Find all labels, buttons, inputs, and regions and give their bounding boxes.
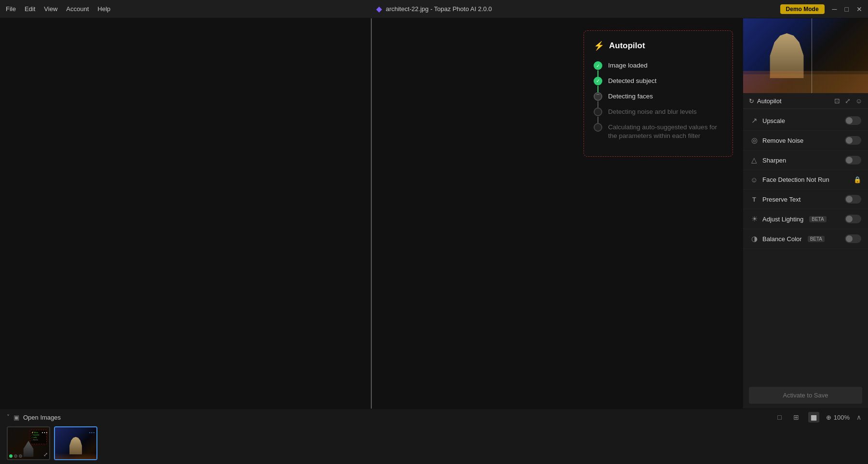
preserve-text-toggle[interactable]	[845, 195, 861, 204]
filter-remove-noise: ◎ Remove Noise	[743, 131, 868, 150]
menu-view[interactable]: View	[44, 5, 57, 13]
filter-adjust-lighting-left: ☀ Adjust Lighting BETA	[750, 215, 827, 223]
filter-sharpen: △ Sharpen	[743, 150, 868, 170]
thumb-1-menu-button[interactable]: ⋯	[41, 429, 48, 436]
filmstrip-thumb-2[interactable]: ⋯	[54, 426, 97, 460]
demo-mode-button[interactable]: Demo Mode	[780, 4, 825, 14]
minimize-button[interactable]: ─	[832, 5, 837, 13]
thumb-1-status-dots	[9, 454, 22, 458]
step-indicator-4	[594, 108, 602, 116]
image-split-divider[interactable]	[371, 18, 372, 409]
collapse-filmstrip-button[interactable]: ˅	[7, 414, 10, 421]
thumb-1-dot-gray2	[19, 454, 22, 458]
upscale-icon: ↗	[750, 116, 759, 125]
menu-edit[interactable]: Edit	[25, 5, 35, 13]
adjust-lighting-badge: BETA	[809, 216, 826, 222]
view-grid-button[interactable]: ▦	[808, 412, 819, 423]
title-center: ◆ architect-22.jpg - Topaz Photo AI 2.0.…	[376, 4, 492, 14]
title-bar: File Edit View Account Help ◆ architect-…	[0, 0, 868, 18]
autopilot-bar-left: ↻ Autopilot	[749, 97, 782, 105]
adjust-lighting-toggle[interactable]	[845, 215, 861, 223]
autopilot-step-detecting-faces: Detecting faces	[594, 92, 723, 101]
balance-color-badge: BETA	[808, 236, 825, 242]
upscale-label: Upscale	[762, 117, 785, 124]
remove-noise-icon: ◎	[750, 136, 759, 145]
window-controls: Demo Mode ─ □ ✕	[780, 4, 862, 14]
adjust-lighting-label: Adjust Lighting	[762, 216, 803, 223]
filter-face-detection-left: ☺ Face Detection Not Run	[750, 176, 829, 184]
expand-button[interactable]: ⤢	[845, 97, 851, 105]
autopilot-header: ⚡ Autopilot	[594, 41, 723, 51]
face-detection-lock-icon: 🔒	[854, 176, 861, 183]
step-label-3: Detecting faces	[608, 92, 653, 101]
autopilot-step-detected-subject: ✓ Detected subject	[594, 76, 723, 86]
autopilot-lightning-icon: ⚡	[594, 41, 604, 51]
view-single-button[interactable]: □	[775, 412, 784, 423]
menu-file[interactable]: File	[6, 5, 16, 13]
activate-to-save-button[interactable]: Activate to Save	[749, 387, 862, 404]
face-button[interactable]: ☺	[855, 97, 862, 105]
filter-balance-color: ◑ Balance Color BETA	[743, 229, 868, 249]
open-images-label[interactable]: Open Images	[23, 414, 61, 421]
menu-account[interactable]: Account	[66, 5, 89, 13]
filmstrip-thumb-1[interactable]: ⚡ Auto ✓ loaded ✓ subj ◌ faces ⋯ ⤢	[7, 426, 50, 460]
thumb-1-dot-gray	[14, 454, 17, 458]
filter-remove-noise-left: ◎ Remove Noise	[750, 136, 803, 145]
filter-sharpen-left: △ Sharpen	[750, 156, 786, 164]
balance-color-label: Balance Color	[762, 235, 802, 243]
menu-bar: File Edit View Account Help	[6, 5, 110, 13]
filmstrip-collapse-icon[interactable]: ∧	[856, 413, 861, 421]
right-panel: ↻ Autopilot ⊡ ⤢ ☺ ↗ Upscale	[743, 18, 868, 409]
main-area: ⚡ Autopilot ✓ Image loaded ✓ Detected su…	[0, 18, 868, 409]
autopilot-step-detecting-noise: Detecting noise and blur levels	[594, 107, 723, 117]
filter-preserve-text: T Preserve Text	[743, 190, 868, 209]
bottom-bar: ˅ ▣ Open Images □ ⊞ ▦ ⊕ 100% ∧ ⚡ Auto	[0, 409, 868, 464]
autopilot-refresh-icon: ↻	[749, 97, 754, 105]
upscale-toggle[interactable]	[845, 116, 861, 125]
autopilot-bar: ↻ Autopilot ⊡ ⤢ ☺	[743, 93, 868, 109]
app-title: architect-22.jpg - Topaz Photo AI 2.0.0	[386, 5, 492, 13]
step-indicator-3	[594, 92, 602, 101]
filter-upscale: ↗ Upscale	[743, 111, 868, 131]
filmstrip-thumbnails: ⚡ Auto ✓ loaded ✓ subj ◌ faces ⋯ ⤢	[0, 424, 868, 462]
autopilot-overlay: ⚡ Autopilot ✓ Image loaded ✓ Detected su…	[583, 30, 733, 157]
autopilot-title: Autopilot	[609, 41, 645, 51]
preserve-text-label: Preserve Text	[762, 196, 800, 203]
sharpen-label: Sharpen	[762, 157, 786, 164]
adjust-lighting-icon: ☀	[750, 215, 759, 223]
remove-noise-label: Remove Noise	[762, 137, 803, 144]
filter-adjust-lighting: ☀ Adjust Lighting BETA	[743, 209, 868, 229]
step-indicator-5	[594, 123, 602, 132]
step-label-2: Detected subject	[608, 76, 657, 86]
filters-list: ↗ Upscale ◎ Remove Noise △ Sharpen	[743, 109, 868, 387]
step-indicator-2: ✓	[594, 77, 602, 85]
face-detection-icon: ☺	[750, 176, 759, 184]
filter-balance-color-left: ◑ Balance Color BETA	[750, 234, 825, 243]
open-images-icon: ▣	[14, 414, 19, 421]
sharpen-icon: △	[750, 156, 759, 164]
step-label-1: Image loaded	[608, 61, 648, 70]
thumb-1-expand-button[interactable]: ⤢	[43, 451, 48, 458]
zoom-control: ⊕ 100%	[826, 414, 850, 421]
thumbnail-divider	[812, 18, 812, 93]
autopilot-bar-buttons: ⊡ ⤢ ☺	[834, 97, 862, 105]
autopilot-bar-label: Autopilot	[757, 97, 782, 105]
face-detection-label: Face Detection Not Run	[762, 176, 829, 183]
filmstrip-header-left: ˅ ▣ Open Images	[7, 414, 61, 421]
filmstrip-header: ˅ ▣ Open Images □ ⊞ ▦ ⊕ 100% ∧	[0, 409, 868, 424]
filter-preserve-text-left: T Preserve Text	[750, 196, 800, 203]
preserve-text-icon: T	[750, 196, 759, 203]
filmstrip-controls: □ ⊞ ▦ ⊕ 100% ∧	[775, 412, 861, 423]
sharpen-toggle[interactable]	[845, 156, 861, 164]
balance-color-toggle[interactable]	[845, 234, 861, 243]
close-button[interactable]: ✕	[856, 5, 862, 13]
step-label-5: Calculating auto-suggested values for th…	[608, 123, 723, 141]
balance-color-icon: ◑	[750, 234, 759, 243]
menu-help[interactable]: Help	[97, 5, 110, 13]
crop-button[interactable]: ⊡	[834, 97, 840, 105]
maximize-button[interactable]: □	[845, 5, 849, 13]
remove-noise-toggle[interactable]	[845, 136, 861, 145]
thumb-2-menu-button[interactable]: ⋯	[89, 429, 95, 436]
view-split-button[interactable]: ⊞	[791, 412, 801, 423]
autopilot-step-image-loaded: ✓ Image loaded	[594, 61, 723, 70]
